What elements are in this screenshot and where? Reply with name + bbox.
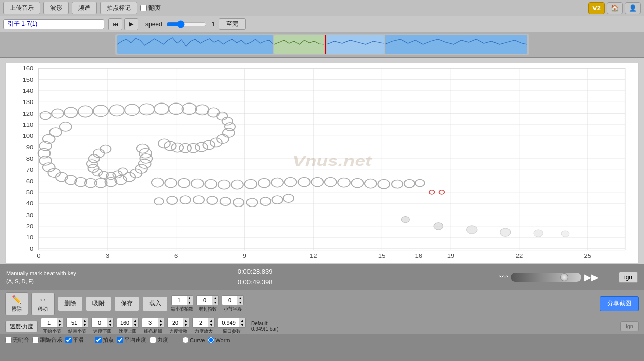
end-measure-label: 结束小节 xyxy=(68,328,86,335)
start-measure-down[interactable]: ▼ xyxy=(57,323,63,327)
start-measure-input[interactable] xyxy=(41,320,57,326)
curve-radio[interactable]: Curve xyxy=(182,337,205,343)
start-measure-up[interactable]: ▲ xyxy=(57,318,63,323)
no-sound-checkbox[interactable]: 无哨音 xyxy=(5,336,29,344)
end-measure-group: ▲ ▼ 结束小节 xyxy=(66,318,88,335)
window-param-label: 窗口参数 xyxy=(223,328,241,335)
line-width-label: 线条粗细 xyxy=(144,328,162,335)
end-measure-input[interactable] xyxy=(67,320,82,326)
beat-mark-btn[interactable]: 拍点标记 xyxy=(100,2,137,14)
svg-point-152 xyxy=(534,230,543,237)
speed-max-up[interactable]: ▲ xyxy=(132,318,138,323)
follow-sound-checkbox[interactable]: 跟随音乐 xyxy=(32,336,62,344)
svg-text:40: 40 xyxy=(26,201,34,207)
start-beat-down-btn[interactable]: ▼ xyxy=(212,300,218,305)
volume-slider[interactable] xyxy=(511,273,581,282)
force-max-input[interactable] xyxy=(193,320,208,326)
window-param-down[interactable]: ▼ xyxy=(239,323,245,327)
home-icon[interactable]: 🏠 xyxy=(607,2,623,14)
end-measure-down[interactable]: ▼ xyxy=(82,323,88,327)
end-measure-up[interactable]: ▲ xyxy=(82,318,88,323)
svg-text:16: 16 xyxy=(415,253,422,259)
waveform-segment-green xyxy=(274,35,324,54)
svg-point-151 xyxy=(500,228,511,236)
waveform-display[interactable] xyxy=(115,34,529,55)
speed-slider[interactable] xyxy=(166,20,207,28)
speed-min-group: ▲ ▼ 速度下限 xyxy=(91,318,114,335)
play-to-end-btn[interactable]: 至完 xyxy=(219,18,246,30)
line-width-down[interactable]: ▼ xyxy=(158,323,164,327)
worm-radio[interactable]: Worm xyxy=(208,337,230,343)
line-width-up[interactable]: ▲ xyxy=(158,318,164,323)
svg-point-148 xyxy=(401,217,409,223)
user-icon[interactable]: 👤 xyxy=(625,2,641,14)
line-width-input[interactable] xyxy=(142,320,158,326)
split-screenshot-btn[interactable]: 分享截图 xyxy=(600,296,639,311)
svg-point-149 xyxy=(434,223,443,230)
play-btn[interactable]: ▶ xyxy=(124,18,138,30)
spectrum-btn[interactable]: 频谱 xyxy=(72,2,97,14)
speed-min-up[interactable]: ▲ xyxy=(107,318,113,323)
force-max-down[interactable]: ▼ xyxy=(208,323,214,327)
window-param-up[interactable]: ▲ xyxy=(239,318,245,323)
force-smooth-up[interactable]: ▲ xyxy=(183,318,189,323)
beat-point-checkbox[interactable]: 拍点 xyxy=(95,336,114,344)
main-chart-area: 160 150 140 130 120 110 100 90 80 70 60 … xyxy=(0,58,644,265)
svg-text:10: 10 xyxy=(26,235,34,240)
v2-icon[interactable]: V2 xyxy=(588,2,605,14)
beats-up-btn[interactable]: ▲ xyxy=(187,296,193,300)
start-beat-up-btn[interactable]: ▲ xyxy=(212,296,218,300)
force-max-group: ▲ ▼ 力度放大 xyxy=(192,318,215,335)
beats-down-btn[interactable]: ▼ xyxy=(187,300,193,305)
track-label-input[interactable] xyxy=(3,19,104,29)
page-flip-checkbox[interactable]: 翻页 xyxy=(140,4,161,12)
rewind-btn[interactable]: ⏮ xyxy=(108,18,122,30)
measure-shift-up-btn[interactable]: ▲ xyxy=(237,296,243,300)
svg-text:20: 20 xyxy=(26,223,34,229)
smooth-checkbox[interactable]: 平滑 xyxy=(65,336,84,344)
beats-per-measure-input[interactable] xyxy=(172,297,187,303)
waveform-segment-blue2 xyxy=(385,35,527,54)
start-beat-input[interactable] xyxy=(197,297,212,303)
svg-text:30: 30 xyxy=(26,212,34,218)
force-checkbox[interactable]: 力度 xyxy=(150,336,168,344)
delete-btn[interactable]: 删除 xyxy=(58,296,83,311)
ign-btn[interactable]: ign xyxy=(620,321,639,331)
svg-text:140: 140 xyxy=(22,88,33,93)
speed-min-input[interactable] xyxy=(92,320,107,326)
svg-text:19: 19 xyxy=(447,253,455,259)
start-beat-label: 弱起拍数 xyxy=(199,306,217,313)
speed-label: speed xyxy=(145,21,162,28)
measure-shift-down-btn[interactable]: ▼ xyxy=(237,300,243,305)
svg-text:Vnus.net: Vnus.net xyxy=(292,152,372,169)
start-beat-group: ▲ ▼ 弱起拍数 xyxy=(196,295,219,313)
speed-max-down[interactable]: ▼ xyxy=(132,323,138,327)
hint-text: Manually mark beat with key (A, S, D, F) xyxy=(6,269,76,286)
speed-min-down[interactable]: ▼ xyxy=(107,323,113,327)
avg-speed-checkbox[interactable]: 平均速度 xyxy=(117,336,146,344)
beats-per-measure-group: ▲ ▼ 每小节拍数 xyxy=(171,295,193,313)
measure-shift-input[interactable] xyxy=(222,297,237,303)
import-btn[interactable]: 载入 xyxy=(142,296,168,311)
save-btn[interactable]: 保存 xyxy=(114,296,139,311)
top-bar: 上传音乐 波形 频谱 拍点标记 翻页 V2 🏠 👤 xyxy=(0,0,644,16)
time-display: 0:00:28.839 0:00:49.398 xyxy=(238,267,273,288)
svg-text:12: 12 xyxy=(310,253,317,259)
svg-text:120: 120 xyxy=(22,111,33,116)
window-param-group: ▲ ▼ 窗口参数 xyxy=(218,318,246,335)
force-max-up[interactable]: ▲ xyxy=(208,318,214,323)
force-smooth-down[interactable]: ▼ xyxy=(183,323,189,327)
back-btn[interactable]: ign xyxy=(619,272,638,283)
speed-max-input[interactable] xyxy=(117,320,132,326)
waveform-btn[interactable]: 波形 xyxy=(43,2,69,14)
absorb-btn[interactable]: 吸附 xyxy=(86,296,111,311)
move-btn[interactable]: ↔ 移动 xyxy=(31,293,55,315)
erase-btn[interactable]: ✏️ 擦除 xyxy=(5,292,28,315)
speed-force-btn[interactable]: 速度·力度 xyxy=(5,321,38,332)
chart-wrapper: 160 150 140 130 120 110 100 90 80 70 60 … xyxy=(5,63,639,264)
upload-music-btn[interactable]: 上传音乐 xyxy=(3,2,40,14)
controls-row3: 无哨音 跟随音乐 平滑 拍点 平均速度 力度 Curve Worm xyxy=(5,336,639,344)
force-smooth-input[interactable] xyxy=(168,320,183,326)
window-param-input[interactable] xyxy=(218,320,239,326)
speed-value: 1 xyxy=(212,21,215,28)
